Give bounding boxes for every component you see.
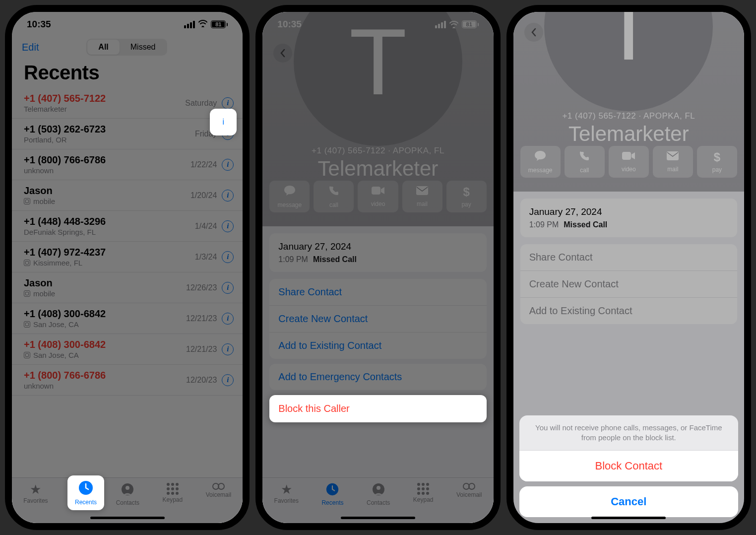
contact-actions-list: Share Contact Create New Contact Add to … [520, 244, 737, 324]
action-call[interactable]: call [565, 146, 605, 178]
recents-row[interactable]: +1 (408) 300-6842San Jose, CA12/21/23i [12, 334, 243, 365]
action-call[interactable]: call [314, 181, 354, 212]
back-button[interactable] [524, 23, 543, 42]
action-mail[interactable]: mail [402, 181, 442, 212]
recents-row[interactable]: +1 (407) 565-7122TelemarketerSaturdayi [12, 88, 243, 119]
create-new-contact[interactable]: Create New Contact [520, 271, 737, 298]
info-button[interactable]: i [222, 251, 234, 263]
clock-icon [78, 480, 93, 497]
signal-icon [184, 21, 195, 28]
create-new-contact[interactable]: Create New Contact [269, 306, 486, 333]
tab-contacts[interactable]: Contacts [116, 483, 139, 506]
action-message[interactable]: message [269, 181, 310, 212]
action-label: message [528, 167, 553, 174]
back-button[interactable] [273, 44, 292, 63]
add-emergency-contact[interactable]: Add to Emergency Contacts [269, 364, 486, 390]
recents-row[interactable]: Jasonmobile1/20/24i [12, 180, 243, 211]
outgoing-icon [24, 260, 30, 266]
info-button[interactable]: i [222, 313, 234, 325]
action-label: pay [712, 166, 722, 173]
info-button[interactable]: i [222, 97, 234, 109]
recents-row[interactable]: +1 (800) 766-6786unknown12/20/23i [12, 365, 243, 396]
block-contact-button[interactable]: Block Contact [519, 450, 738, 481]
info-button[interactable]: i [222, 374, 234, 386]
tab-contacts[interactable]: Contacts [367, 483, 390, 506]
voicemail-icon [463, 483, 475, 490]
tab-keypad[interactable]: Keypad [413, 483, 434, 503]
action-message[interactable]: message [520, 146, 561, 178]
tab-voicemail[interactable]: Voicemail [456, 483, 482, 498]
recents-row[interactable]: +1 (408) 300-6842San Jose, CA12/21/23i [12, 303, 243, 334]
action-label: message [278, 201, 302, 208]
call-sublabel: Telemarketer [24, 105, 185, 113]
share-contact[interactable]: Share Contact [520, 244, 737, 271]
video-icon [622, 151, 635, 164]
tab-favorites[interactable]: ★Favorites [274, 483, 299, 504]
edit-button[interactable]: Edit [22, 42, 39, 53]
call-date: 1/22/24 [190, 160, 217, 169]
info-button[interactable]: i [222, 159, 234, 171]
action-pay[interactable]: $pay [446, 181, 487, 212]
action-pay[interactable]: $pay [697, 146, 737, 178]
tab-favorites[interactable]: ★Favorites [23, 483, 48, 504]
action-mail[interactable]: mail [653, 146, 693, 178]
call-icon [328, 185, 340, 200]
action-video[interactable]: video [358, 181, 398, 212]
phone-screen-block-confirm: T +1 (407) 565-7122 · APOPKA, FL Telemar… [506, 5, 751, 530]
recents-tab-highlight[interactable]: Recents [67, 475, 104, 510]
cancel-button[interactable]: Cancel [519, 486, 738, 517]
call-number: Jason [24, 277, 186, 289]
seg-missed[interactable]: Missed [120, 40, 167, 55]
outgoing-icon [24, 198, 30, 204]
segmented-control[interactable]: All Missed [86, 39, 167, 56]
star-icon: ★ [281, 483, 292, 496]
message-icon [534, 150, 547, 165]
info-button[interactable]: i [222, 343, 234, 355]
info-button[interactable]: i [222, 220, 234, 232]
contact-avatar: T [544, 5, 713, 111]
phone-screen-contact-detail: 10:35 81 T +1 (407) 565-7122 · APOPKA, F… [255, 5, 500, 530]
call-date: 1/20/24 [190, 191, 217, 200]
keypad-icon [417, 483, 429, 495]
tab-recents[interactable]: Recents [321, 483, 343, 506]
call-sublabel: Portland, OR [24, 135, 195, 144]
battery-icon: 81 [211, 20, 228, 28]
add-existing-contact[interactable]: Add to Existing Contact [269, 333, 486, 359]
seg-all[interactable]: All [87, 40, 119, 55]
info-button[interactable]: i [222, 282, 234, 294]
info-button-highlight[interactable]: i [210, 109, 237, 135]
phone-screen-recents: 10:35 81 Edit All Missed Recents +1 (407… [5, 5, 250, 530]
call-sublabel: San Jose, CA [24, 351, 186, 359]
info-button[interactable]: i [222, 190, 234, 201]
tab-keypad[interactable]: Keypad [163, 483, 183, 503]
call-time: 1:09 PM [278, 255, 308, 264]
home-indicator[interactable] [341, 517, 415, 519]
video-icon [371, 186, 385, 199]
recents-row[interactable]: Jasonmobile12/26/23i [12, 272, 243, 303]
recents-row[interactable]: +1 (407) 972-4237Kissimmee, FL1/3/24i [12, 242, 243, 272]
call-sublabel: unknown [24, 166, 190, 175]
recents-row[interactable]: +1 (448) 448-3296DeFuniak Springs, FL1/4… [12, 211, 243, 242]
recents-row[interactable]: +1 (800) 766-6786unknown1/22/24i [12, 149, 243, 180]
call-number: +1 (408) 300-6842 [24, 308, 186, 320]
add-existing-contact[interactable]: Add to Existing Contact [520, 298, 737, 324]
block-this-caller[interactable]: Block this Caller [269, 395, 486, 422]
call-type: Missed Call [564, 220, 607, 229]
battery-icon: 81 [462, 20, 479, 28]
action-label: call [580, 167, 589, 174]
home-indicator[interactable] [591, 517, 666, 519]
wifi-icon [198, 19, 208, 30]
person-icon [372, 483, 385, 498]
contact-name: Telemarketer [513, 122, 744, 146]
home-indicator[interactable] [90, 517, 165, 519]
call-date: Saturday [185, 99, 217, 108]
person-icon [121, 483, 134, 498]
tab-voicemail[interactable]: Voicemail [206, 483, 231, 498]
mail-icon [666, 151, 679, 164]
action-label: mail [667, 166, 678, 173]
call-date: 12/21/23 [186, 345, 217, 354]
share-contact[interactable]: Share Contact [269, 279, 486, 306]
call-sublabel: DeFuniak Springs, FL [24, 228, 195, 236]
action-video[interactable]: video [609, 146, 649, 178]
recents-row[interactable]: +1 (503) 262-6723Portland, ORFridayi [12, 119, 243, 149]
